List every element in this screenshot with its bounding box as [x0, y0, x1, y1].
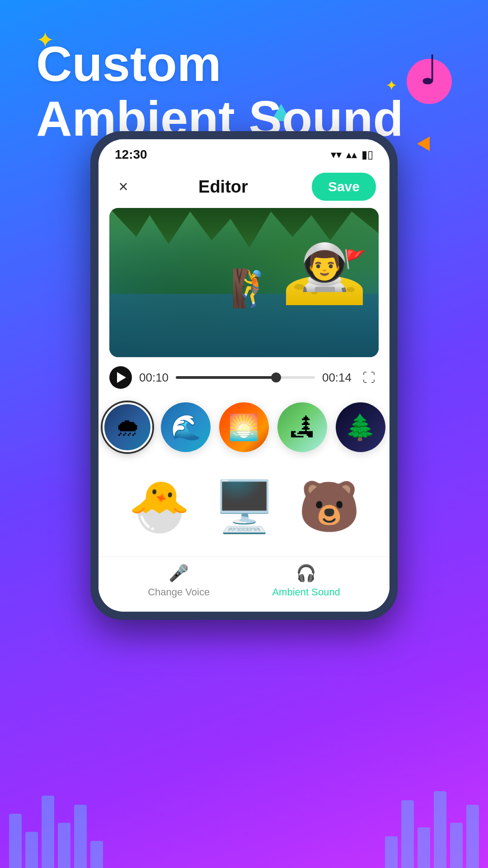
change-voice-label: Change Voice	[148, 586, 210, 598]
total-time: 00:14	[322, 371, 352, 385]
playback-controls: 00:10 00:14 ⛶	[99, 357, 389, 398]
eq-bar	[450, 823, 463, 868]
fullscreen-button[interactable]: ⛶	[359, 368, 379, 387]
computer-icon: 🖥️	[213, 481, 275, 531]
eq-bar	[74, 805, 87, 868]
editor-title: Editor	[198, 177, 248, 197]
progress-fill	[176, 376, 276, 379]
current-time: 00:10	[139, 371, 169, 385]
save-button[interactable]: Save	[312, 173, 376, 201]
fullscreen-icon: ⛶	[362, 370, 375, 385]
eq-bar	[466, 805, 479, 868]
title-line1: Custom	[36, 36, 404, 91]
sound-category-rain[interactable]: 🌧	[103, 402, 152, 452]
sticker-bear[interactable]: 🐻	[293, 470, 365, 542]
eq-bar	[58, 823, 70, 868]
eq-bar	[401, 800, 414, 868]
play-icon	[117, 372, 126, 383]
wifi-icon: ▾▾	[331, 148, 342, 161]
eq-bar	[25, 832, 38, 868]
video-preview: 🧗 👨‍🚀 🚩	[109, 208, 379, 357]
sound-category-sunset[interactable]: 🌅	[219, 402, 269, 452]
editor-header: × Editor Save	[99, 165, 389, 208]
wave-circle[interactable]: 🌊	[161, 402, 211, 452]
eq-bar	[434, 791, 446, 868]
play-button[interactable]	[109, 366, 132, 389]
status-icons: ▾▾ ▴▴ ▮▯	[331, 148, 373, 161]
sunset-circle[interactable]: 🌅	[219, 402, 269, 452]
close-icon: ×	[118, 179, 128, 195]
meadow-circle[interactable]: 🏞	[277, 402, 327, 452]
sound-category-wave[interactable]: 🌊	[161, 402, 211, 452]
microphone-icon: 🎤	[169, 564, 189, 583]
eq-bar	[90, 841, 103, 868]
sticker-computer[interactable]: 🖥️	[208, 470, 280, 542]
signal-icon: ▴▴	[346, 148, 357, 161]
sound-category-night[interactable]: 🌲	[336, 402, 385, 452]
phone-inner: 12:30 ▾▾ ▴▴ ▮▯ × Editor Save	[99, 139, 389, 612]
night-circle[interactable]: 🌲	[336, 402, 385, 452]
equalizer-right	[385, 791, 488, 868]
headphone-icon: 🎧	[296, 564, 316, 583]
decorative-spiral: ♩	[419, 50, 438, 90]
title-area: Custom Ambient Sound	[36, 36, 404, 146]
sound-category-meadow[interactable]: 🏞	[277, 402, 327, 452]
battery-icon: ▮▯	[361, 148, 373, 161]
rain-icon: 🌧	[104, 404, 150, 450]
eq-bar	[9, 814, 22, 868]
sticker-pikachu[interactable]: 🐣	[123, 470, 195, 542]
eq-bar	[42, 796, 54, 868]
sound-categories: 🌧 🌊 🌅	[99, 398, 389, 461]
progress-thumb	[271, 373, 281, 382]
phone-mockup: 12:30 ▾▾ ▴▴ ▮▯ × Editor Save	[90, 131, 398, 620]
close-button[interactable]: ×	[112, 175, 135, 198]
progress-bar[interactable]	[176, 376, 315, 379]
equalizer-left	[0, 796, 103, 868]
hiker-sticker: 🧗	[230, 267, 276, 310]
status-bar: 12:30 ▾▾ ▴▴ ▮▯	[99, 139, 389, 165]
decorative-triangle-orange	[417, 133, 436, 151]
bear-icon: 🐻	[298, 481, 360, 531]
rain-circle[interactable]: 🌧	[103, 402, 152, 452]
eq-bar	[418, 827, 430, 868]
status-time: 12:30	[115, 147, 147, 162]
phone-outer: 12:30 ▾▾ ▴▴ ▮▯ × Editor Save	[90, 131, 398, 620]
astronaut-sticker: 👨‍🚀 🚩	[279, 244, 370, 344]
eq-bar	[385, 836, 398, 868]
pikachu-icon: 🐣	[128, 481, 190, 531]
ambient-sound-label: Ambient Sound	[272, 586, 340, 598]
nav-ambient-sound[interactable]: 🎧 Ambient Sound	[272, 564, 340, 598]
bottom-navigation: 🎤 Change Voice 🎧 Ambient Sound	[99, 556, 389, 612]
sticker-row: 🐣 🖥️ 🐻	[99, 461, 389, 556]
nav-change-voice[interactable]: 🎤 Change Voice	[148, 564, 210, 598]
